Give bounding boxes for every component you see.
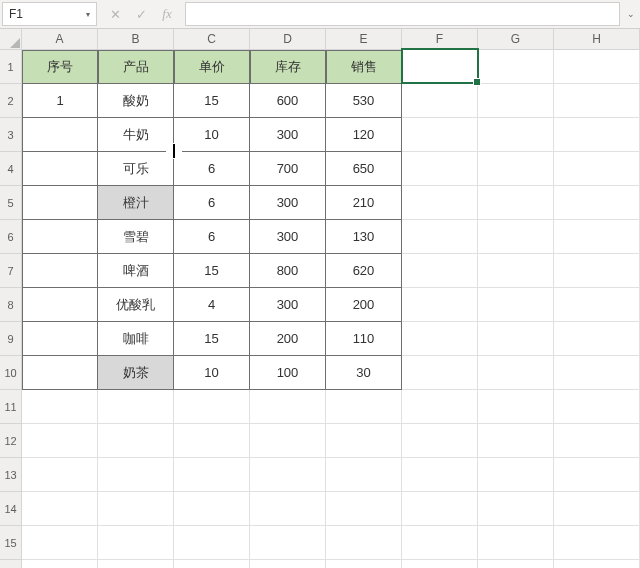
cell-H13[interactable] — [554, 458, 640, 492]
cell-B9[interactable]: 咖啡 — [98, 322, 174, 356]
row-header-7[interactable]: 7 — [0, 254, 22, 288]
cell-G7[interactable] — [478, 254, 554, 288]
cell-H1[interactable] — [554, 50, 640, 84]
cell-F10[interactable] — [402, 356, 478, 390]
cell-F5[interactable] — [402, 186, 478, 220]
cell-D5[interactable]: 300 — [250, 186, 326, 220]
cell-C11[interactable] — [174, 390, 250, 424]
row-header-3[interactable]: 3 — [0, 118, 22, 152]
cell-E2[interactable]: 530 — [326, 84, 402, 118]
cell-B2[interactable]: 酸奶 — [98, 84, 174, 118]
row-header-2[interactable]: 2 — [0, 84, 22, 118]
cell-B3[interactable]: 牛奶 — [98, 118, 174, 152]
cell-H8[interactable] — [554, 288, 640, 322]
cell-B13[interactable] — [98, 458, 174, 492]
cell-F6[interactable] — [402, 220, 478, 254]
cell-E12[interactable] — [326, 424, 402, 458]
cell-F3[interactable] — [402, 118, 478, 152]
cell-F11[interactable] — [402, 390, 478, 424]
row-header-11[interactable]: 11 — [0, 390, 22, 424]
cell-B10[interactable]: 奶茶 — [98, 356, 174, 390]
cell-H15[interactable] — [554, 526, 640, 560]
cell-D12[interactable] — [250, 424, 326, 458]
cell-A2[interactable]: 1 — [22, 84, 98, 118]
worksheet-grid[interactable]: ABCDEFGH 1序号产品单价库存销售21酸奶156005303牛奶10300… — [0, 29, 640, 568]
cell-G13[interactable] — [478, 458, 554, 492]
cell-D8[interactable]: 300 — [250, 288, 326, 322]
cell-B6[interactable]: 雪碧 — [98, 220, 174, 254]
cell-G15[interactable] — [478, 526, 554, 560]
cell-C15[interactable] — [174, 526, 250, 560]
cell-E16[interactable] — [326, 560, 402, 568]
cell-F7[interactable] — [402, 254, 478, 288]
cell-G10[interactable] — [478, 356, 554, 390]
row-header-1[interactable]: 1 — [0, 50, 22, 84]
cell-A7[interactable] — [22, 254, 98, 288]
cell-E13[interactable] — [326, 458, 402, 492]
cell-B11[interactable] — [98, 390, 174, 424]
column-header-B[interactable]: B — [98, 29, 174, 49]
cell-C4[interactable]: 6 — [174, 152, 250, 186]
cell-A4[interactable] — [22, 152, 98, 186]
cell-C5[interactable]: 6 — [174, 186, 250, 220]
cell-D2[interactable]: 600 — [250, 84, 326, 118]
cell-A14[interactable] — [22, 492, 98, 526]
insert-function-button[interactable]: fx — [155, 3, 179, 25]
cell-A9[interactable] — [22, 322, 98, 356]
cell-D6[interactable]: 300 — [250, 220, 326, 254]
column-header-F[interactable]: F — [402, 29, 478, 49]
cell-B12[interactable] — [98, 424, 174, 458]
cell-B7[interactable]: 啤酒 — [98, 254, 174, 288]
expand-formula-bar-button[interactable]: ⌄ — [622, 0, 640, 28]
cell-G2[interactable] — [478, 84, 554, 118]
cell-H4[interactable] — [554, 152, 640, 186]
cell-H3[interactable] — [554, 118, 640, 152]
cell-F4[interactable] — [402, 152, 478, 186]
row-header-12[interactable]: 12 — [0, 424, 22, 458]
cell-E11[interactable] — [326, 390, 402, 424]
cell-E14[interactable] — [326, 492, 402, 526]
cell-H11[interactable] — [554, 390, 640, 424]
cell-A5[interactable] — [22, 186, 98, 220]
cell-H2[interactable] — [554, 84, 640, 118]
cell-D10[interactable]: 100 — [250, 356, 326, 390]
cell-F15[interactable] — [402, 526, 478, 560]
column-header-E[interactable]: E — [326, 29, 402, 49]
cell-C7[interactable]: 15 — [174, 254, 250, 288]
cell-D4[interactable]: 700 — [250, 152, 326, 186]
row-header-9[interactable]: 9 — [0, 322, 22, 356]
cell-C9[interactable]: 15 — [174, 322, 250, 356]
cell-D1[interactable]: 库存 — [250, 50, 326, 84]
cell-C14[interactable] — [174, 492, 250, 526]
column-header-A[interactable]: A — [22, 29, 98, 49]
cell-D14[interactable] — [250, 492, 326, 526]
cell-C10[interactable]: 10 — [174, 356, 250, 390]
row-header-4[interactable]: 4 — [0, 152, 22, 186]
cell-H7[interactable] — [554, 254, 640, 288]
cell-B1[interactable]: 产品 — [98, 50, 174, 84]
cell-F12[interactable] — [402, 424, 478, 458]
cell-B15[interactable] — [98, 526, 174, 560]
cell-G14[interactable] — [478, 492, 554, 526]
cell-H16[interactable] — [554, 560, 640, 568]
select-all-corner[interactable] — [0, 29, 22, 49]
cell-B16[interactable] — [98, 560, 174, 568]
row-header-16[interactable]: 16 — [0, 560, 22, 568]
column-header-H[interactable]: H — [554, 29, 640, 49]
cell-D13[interactable] — [250, 458, 326, 492]
cell-H9[interactable] — [554, 322, 640, 356]
row-header-6[interactable]: 6 — [0, 220, 22, 254]
cell-B14[interactable] — [98, 492, 174, 526]
cell-A1[interactable]: 序号 — [22, 50, 98, 84]
cell-A13[interactable] — [22, 458, 98, 492]
cell-E8[interactable]: 200 — [326, 288, 402, 322]
cell-D15[interactable] — [250, 526, 326, 560]
cell-G11[interactable] — [478, 390, 554, 424]
cell-H14[interactable] — [554, 492, 640, 526]
row-header-5[interactable]: 5 — [0, 186, 22, 220]
cell-A12[interactable] — [22, 424, 98, 458]
cell-F9[interactable] — [402, 322, 478, 356]
cell-G8[interactable] — [478, 288, 554, 322]
cell-C16[interactable] — [174, 560, 250, 568]
cell-H10[interactable] — [554, 356, 640, 390]
